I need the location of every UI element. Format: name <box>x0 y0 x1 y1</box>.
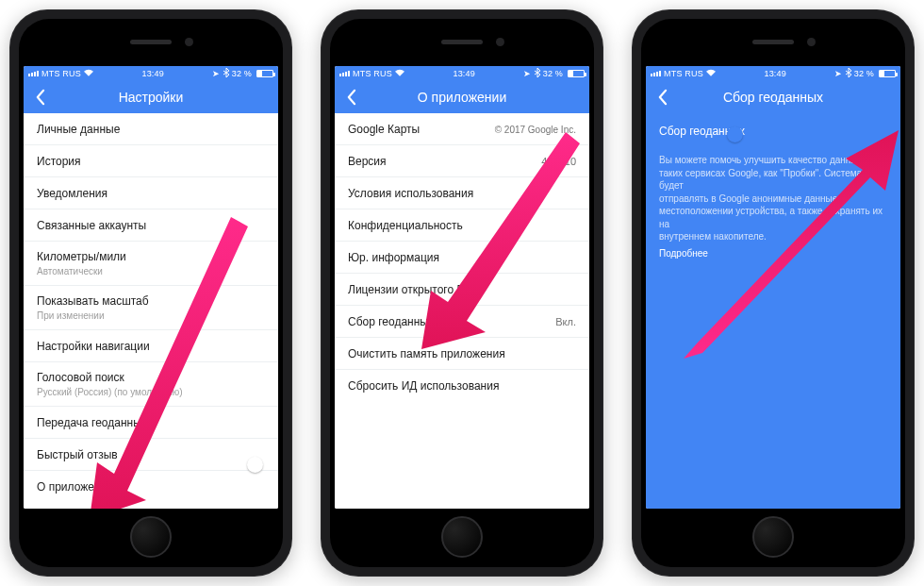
row-label: Конфиденциальность <box>348 219 576 233</box>
battery-icon <box>568 70 585 77</box>
row-label: Сбросить ИД использования <box>348 379 576 393</box>
row-label: Условия использования <box>348 187 576 201</box>
row-app-name: Google Карты © 2017 Google Inc. <box>335 113 589 145</box>
phone-camera <box>185 38 193 46</box>
phone-inner: MTS RUS 13:49 ➤ 32 % Сбор геоданных <box>641 19 905 567</box>
back-button[interactable] <box>31 89 48 106</box>
back-button[interactable] <box>653 89 670 106</box>
row-version: Версия 4.41.10 <box>335 145 589 177</box>
screen-about: MTS RUS 13:49 ➤ 32 % О приложении <box>335 66 589 509</box>
row-open-source[interactable]: Лицензии открытого ПО <box>335 274 589 306</box>
location-collection-panel: Сбор геоданных Вы можете помочь улучшить… <box>646 113 900 509</box>
back-button[interactable] <box>342 89 359 106</box>
row-clear-cache[interactable]: Очистить память приложения <box>335 338 589 370</box>
row-legal[interactable]: Юр. информация <box>335 242 589 274</box>
row-sub: Автоматически <box>37 266 265 277</box>
row-label: Личные данные <box>37 123 265 137</box>
status-right: ➤ 32 % <box>523 68 585 79</box>
row-sub: Русский (Россия) (по умолчанию) <box>37 387 265 398</box>
row-about[interactable]: О приложении <box>24 471 278 503</box>
page-title: Настройки <box>119 90 184 105</box>
wifi-icon <box>395 69 404 78</box>
row-show-scale[interactable]: Показывать масштаб При изменении <box>24 286 278 330</box>
page-title: О приложении <box>418 90 506 105</box>
status-left: MTS RUS <box>28 69 93 78</box>
home-button[interactable] <box>130 516 172 558</box>
desc-line: таких сервисах Google, как "Пробки". Сис… <box>659 168 862 192</box>
battery-pct: 32 % <box>854 69 874 78</box>
row-location-collection[interactable]: Сбор геоданных Вкл. <box>335 306 589 338</box>
version-value: 4.41.10 <box>541 156 576 167</box>
battery-pct: 32 % <box>232 69 252 78</box>
desc-line: отправлять в Google анонимные данные о <box>659 193 846 204</box>
wifi-icon <box>706 69 716 78</box>
row-notifications[interactable]: Уведомления <box>24 177 278 209</box>
status-right: ➤ 32 % <box>212 68 273 79</box>
copyright-label: © 2017 Google Inc. <box>495 124 576 134</box>
screen-settings: MTS RUS 13:49 ➤ 32 % <box>24 66 278 509</box>
row-terms[interactable]: Условия использования <box>335 177 589 209</box>
phone-speaker <box>441 40 483 44</box>
desc-line: внутреннем накопителе. <box>659 231 767 242</box>
row-label: История <box>37 155 265 169</box>
row-label: О приложении <box>37 480 265 494</box>
battery-icon <box>879 70 896 77</box>
row-navigation-settings[interactable]: Настройки навигации <box>24 330 278 362</box>
home-button[interactable] <box>752 516 794 558</box>
phone-inner: MTS RUS 13:49 ➤ 32 % О приложении <box>330 19 594 567</box>
settings-list[interactable]: Личные данные История Уведомления Связан… <box>24 113 278 509</box>
status-time: 13:49 <box>764 69 786 78</box>
carrier-label: MTS RUS <box>41 69 81 78</box>
screen-location-collection: MTS RUS 13:49 ➤ 32 % Сбор геоданных <box>646 66 900 509</box>
row-history[interactable]: История <box>24 145 278 177</box>
row-label: Километры/мили <box>37 250 265 264</box>
bluetooth-icon <box>846 68 851 79</box>
phone-inner: MTS RUS 13:49 ➤ 32 % <box>19 19 283 567</box>
row-share-location[interactable]: Передача геоданных <box>24 407 278 439</box>
learn-more-link[interactable]: Подробнее <box>659 247 708 260</box>
nav-header: Сбор геоданных <box>646 81 900 113</box>
row-label: Очистить память приложения <box>348 347 576 361</box>
row-label: Лицензии открытого ПО <box>348 283 576 297</box>
row-value: Вкл. <box>555 316 576 327</box>
nav-header: Настройки <box>24 81 278 113</box>
signal-icon <box>651 71 661 76</box>
status-right: ➤ 32 % <box>834 68 896 79</box>
status-left: MTS RUS <box>339 69 404 78</box>
about-list[interactable]: Google Карты © 2017 Google Inc. Версия 4… <box>335 113 589 509</box>
page-title: Сбор геоданных <box>723 90 823 105</box>
row-label: Настройки навигации <box>37 340 265 354</box>
row-reset-id[interactable]: Сбросить ИД использования <box>335 370 589 402</box>
wifi-icon <box>84 69 93 78</box>
status-left: MTS RUS <box>651 69 716 78</box>
bluetooth-icon <box>535 68 540 79</box>
phone-speaker <box>130 40 172 44</box>
home-button[interactable] <box>441 516 483 558</box>
status-bar: MTS RUS 13:49 ➤ 32 % <box>24 66 278 81</box>
row-label: Голосовой поиск <box>37 371 265 385</box>
status-bar: MTS RUS 13:49 ➤ 32 % <box>646 66 900 81</box>
location-collection-desc: Вы можете помочь улучшить качество данны… <box>646 148 900 260</box>
row-units[interactable]: Километры/мили Автоматически <box>24 242 278 286</box>
status-time: 13:49 <box>141 69 164 78</box>
carrier-label: MTS RUS <box>664 69 703 78</box>
nav-header: О приложении <box>335 81 589 113</box>
row-personal-data[interactable]: Личные данные <box>24 113 278 145</box>
location-arrow-icon: ➤ <box>834 69 842 78</box>
desc-line: местоположении устройства, а также сохра… <box>659 206 883 229</box>
row-privacy[interactable]: Конфиденциальность <box>335 209 589 242</box>
phone-frame: MTS RUS 13:49 ➤ 32 % <box>9 9 292 577</box>
row-feedback[interactable]: Быстрый отзыв <box>24 439 278 471</box>
row-label: Быстрый отзыв <box>37 448 265 462</box>
row-linked-accounts[interactable]: Связанные аккаунты <box>24 209 278 242</box>
phone-camera <box>496 38 504 46</box>
location-arrow-icon: ➤ <box>212 69 220 78</box>
row-location-collection-toggle[interactable]: Сбор геоданных <box>646 113 900 148</box>
row-label: Уведомления <box>37 187 265 201</box>
carrier-label: MTS RUS <box>353 69 392 78</box>
row-label: Связанные аккаунты <box>37 219 265 233</box>
desc-line: Вы можете помочь улучшить качество данны… <box>659 155 870 165</box>
row-voice-search[interactable]: Голосовой поиск Русский (Россия) (по умо… <box>24 362 278 407</box>
phone-frame: MTS RUS 13:49 ➤ 32 % О приложении <box>321 9 603 577</box>
location-arrow-icon: ➤ <box>523 69 531 78</box>
